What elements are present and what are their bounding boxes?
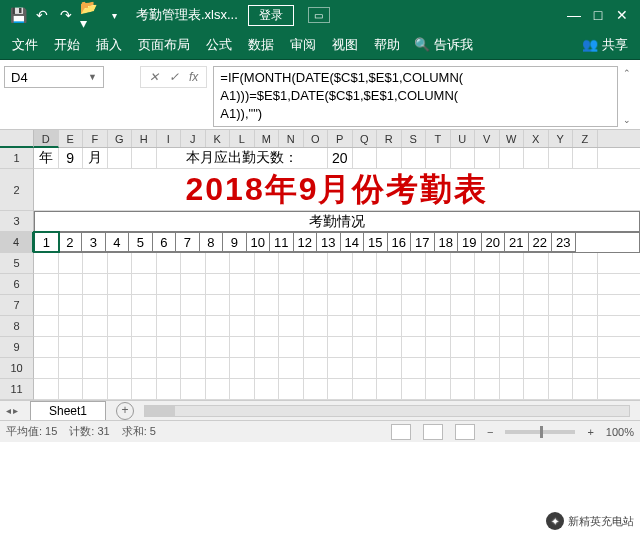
row-header-7[interactable]: 7 [0,295,34,316]
column-header-U[interactable]: U [451,130,476,147]
cell[interactable] [304,358,329,378]
cell[interactable] [230,253,255,273]
label-year[interactable]: 年 [34,148,59,168]
cell[interactable] [206,316,231,336]
cell[interactable] [549,295,574,315]
cell[interactable] [500,316,525,336]
row-header-3[interactable]: 3 [0,211,34,232]
zoom-out-icon[interactable]: − [487,426,493,438]
day-cell-8[interactable]: 8 [199,232,224,252]
cell[interactable] [304,337,329,357]
view-pagebreak-icon[interactable] [455,424,475,440]
column-header-T[interactable]: T [426,130,451,147]
cell[interactable] [34,274,59,294]
cell[interactable] [451,316,476,336]
day-cell-11[interactable]: 11 [269,232,294,252]
cell[interactable] [402,358,427,378]
cell[interactable] [34,358,59,378]
cell[interactable] [255,379,280,399]
cell[interactable] [549,379,574,399]
cell[interactable] [328,274,353,294]
cell[interactable] [573,295,598,315]
sheet-nav[interactable]: ◂▸ [0,405,24,416]
cell[interactable] [304,316,329,336]
tab-view[interactable]: 视图 [324,30,366,60]
cell[interactable] [377,316,402,336]
cell[interactable] [59,358,84,378]
cell[interactable] [304,295,329,315]
cell[interactable] [34,295,59,315]
cell[interactable] [353,379,378,399]
cell[interactable] [549,274,574,294]
cell[interactable] [426,295,451,315]
worksheet-grid[interactable]: DEFGHIJKLMNOPQRSTUVWXYZ 1年9月本月应出勤天数：2022… [0,130,640,400]
cell[interactable] [524,358,549,378]
cell[interactable] [108,337,133,357]
cell[interactable] [83,379,108,399]
row-8-cells[interactable] [34,316,640,337]
column-header-F[interactable]: F [83,130,108,147]
cell[interactable] [353,295,378,315]
cell[interactable] [181,253,206,273]
cell[interactable] [524,379,549,399]
cell[interactable] [549,316,574,336]
cell[interactable] [206,274,231,294]
redo-icon[interactable]: ↷ [56,5,76,25]
cell[interactable] [500,337,525,357]
column-header-X[interactable]: X [524,130,549,147]
tell-me[interactable]: 🔍告诉我 [408,36,479,54]
tab-layout[interactable]: 页面布局 [130,30,198,60]
cell[interactable] [230,274,255,294]
cell[interactable] [132,295,157,315]
row-header-1[interactable]: 1 [0,148,34,169]
cell[interactable] [255,253,280,273]
cell[interactable] [83,337,108,357]
section-label-attendance[interactable]: 考勤情况 [35,212,639,231]
cell[interactable] [377,379,402,399]
column-header-G[interactable]: G [108,130,133,147]
cell[interactable] [573,337,598,357]
cell[interactable] [108,274,133,294]
cell[interactable] [475,295,500,315]
cell[interactable] [230,316,255,336]
day-cell-14[interactable]: 14 [340,232,365,252]
column-header-K[interactable]: K [206,130,231,147]
cell[interactable] [132,274,157,294]
cell[interactable] [475,274,500,294]
cell[interactable] [426,274,451,294]
zoom-slider[interactable] [505,430,575,434]
cell[interactable] [157,253,182,273]
row-header-5[interactable]: 5 [0,253,34,274]
cell[interactable] [573,274,598,294]
column-header-E[interactable]: E [59,130,84,147]
login-button[interactable]: 登录 [248,5,294,26]
cell[interactable] [500,274,525,294]
cell[interactable] [157,379,182,399]
cell[interactable] [304,274,329,294]
column-header-L[interactable]: L [230,130,255,147]
view-normal-icon[interactable] [391,424,411,440]
column-header-H[interactable]: H [132,130,157,147]
ribbon-display-icon[interactable]: ▭ [308,7,330,23]
cell[interactable] [83,274,108,294]
tab-data[interactable]: 数据 [240,30,282,60]
cell[interactable] [132,316,157,336]
cell[interactable] [34,316,59,336]
new-sheet-button[interactable]: + [116,402,134,420]
column-header-M[interactable]: M [255,130,280,147]
cell[interactable] [402,337,427,357]
cell[interactable] [206,358,231,378]
horizontal-scrollbar[interactable] [144,405,630,417]
cell[interactable] [34,379,59,399]
chevron-down-icon[interactable]: ▼ [88,72,97,82]
cell[interactable] [279,379,304,399]
cell[interactable] [230,337,255,357]
cell[interactable] [377,295,402,315]
tab-formulas[interactable]: 公式 [198,30,240,60]
cell[interactable] [279,316,304,336]
qat-more-icon[interactable]: ▾ [104,5,124,25]
day-cell-6[interactable]: 6 [152,232,177,252]
cell[interactable] [206,295,231,315]
cell[interactable] [108,358,133,378]
cell[interactable] [402,316,427,336]
